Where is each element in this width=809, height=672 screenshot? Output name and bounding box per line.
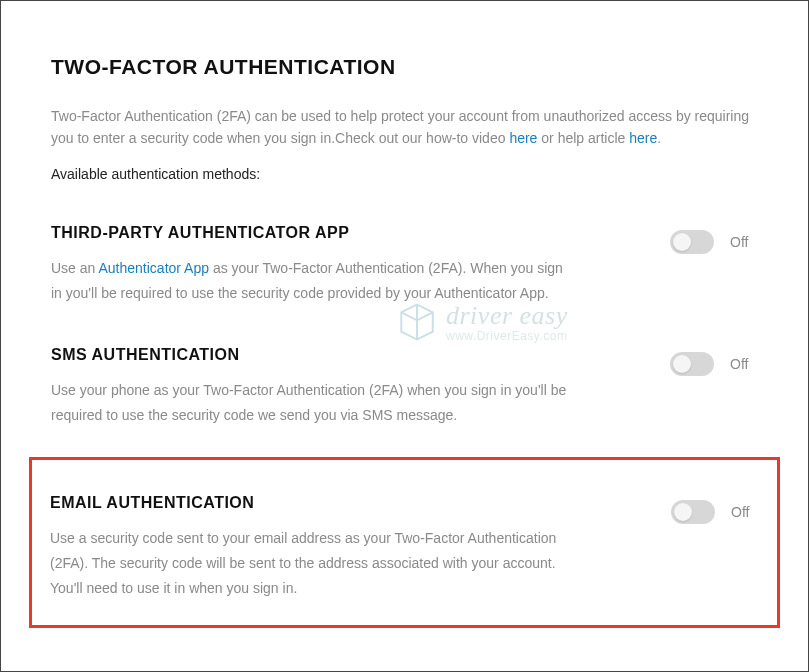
available-methods-label: Available authentication methods: <box>51 166 758 182</box>
authenticator-toggle[interactable] <box>670 230 714 254</box>
intro-mid: or help article <box>537 130 629 146</box>
method-authenticator-desc: Use an Authenticator App as your Two-Fac… <box>51 256 571 306</box>
method-email: EMAIL AUTHENTICATION Use a security code… <box>50 482 759 618</box>
intro-end: . <box>657 130 661 146</box>
email-toggle-state: Off <box>731 504 755 520</box>
email-highlight-box: EMAIL AUTHENTICATION Use a security code… <box>29 457 780 629</box>
sms-toggle[interactable] <box>670 352 714 376</box>
authenticator-app-link[interactable]: Authenticator App <box>98 260 209 276</box>
page-title: TWO-FACTOR AUTHENTICATION <box>51 55 758 79</box>
sms-toggle-state: Off <box>730 356 754 372</box>
method-email-title: EMAIL AUTHENTICATION <box>50 494 570 512</box>
method-authenticator-title: THIRD-PARTY AUTHENTICATOR APP <box>51 224 571 242</box>
method-sms-desc: Use your phone as your Two-Factor Authen… <box>51 378 571 428</box>
howto-video-link[interactable]: here <box>509 130 537 146</box>
method-sms-title: SMS AUTHENTICATION <box>51 346 571 364</box>
method-sms: SMS AUTHENTICATION Use your phone as you… <box>51 334 758 456</box>
intro-text: Two-Factor Authentication (2FA) can be u… <box>51 105 758 150</box>
authenticator-toggle-state: Off <box>730 234 754 250</box>
help-article-link[interactable]: here <box>629 130 657 146</box>
auth-desc-pre: Use an <box>51 260 98 276</box>
method-authenticator: THIRD-PARTY AUTHENTICATOR APP Use an Aut… <box>51 212 758 334</box>
email-toggle[interactable] <box>671 500 715 524</box>
method-email-desc: Use a security code sent to your email a… <box>50 526 570 602</box>
